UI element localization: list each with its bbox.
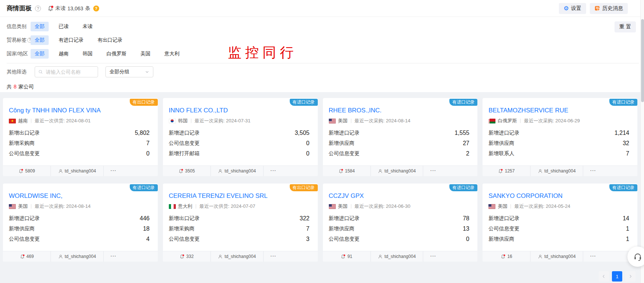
company-name-link[interactable]: SANKYO CORPORATION [488, 192, 631, 200]
unread-unit: 条 [85, 5, 90, 12]
country-flag-icon [9, 119, 16, 123]
scrollbar-thumb[interactable] [641, 19, 644, 102]
divider [520, 119, 521, 123]
person-icon [218, 169, 223, 174]
ellipsis-icon: ... [431, 252, 436, 258]
filter-options: 全部有进口记录有出口记录 [35, 35, 136, 45]
metric-row: 新增采购商 7 [3, 138, 158, 149]
filter-option[interactable]: 白俄罗斯 [107, 49, 126, 59]
company-meta: 美国 最近一次采购: 2024-08-14 [329, 118, 472, 124]
more-actions-button[interactable]: ... [423, 166, 443, 176]
reset-button[interactable]: 重 置 [615, 21, 636, 32]
trade-badge: 有进口记录 [609, 184, 637, 191]
card-owner-button[interactable]: td_shichang004 [371, 166, 424, 176]
history-messages-button[interactable]: 历史消息 [590, 3, 628, 14]
card-owner-button[interactable]: td_shichang004 [211, 166, 264, 176]
card-notifications-button[interactable]: 91 [323, 251, 371, 262]
company-count: 8 [14, 84, 17, 90]
page-title: 商情面板 [7, 4, 32, 13]
company-name-link[interactable]: CCZJV GPX [329, 192, 472, 200]
company-search-box [35, 66, 98, 77]
filter-option[interactable]: 全部 [31, 35, 49, 45]
filter-option[interactable]: 美国 [140, 49, 150, 59]
company-name-link[interactable]: WORLDWISE INC, [9, 192, 152, 200]
card-footer: 16 td_shichang004 ... [483, 251, 637, 262]
filter-option[interactable]: 越南 [59, 49, 69, 59]
gear-icon: ⚙ [564, 6, 569, 11]
metric-row: 公司信息变更 3 [163, 234, 318, 244]
more-actions-button[interactable]: ... [264, 251, 284, 262]
customer-service-button[interactable] [627, 247, 644, 267]
filter-options: 全部越南韩国白俄罗斯美国意大利 [35, 49, 194, 59]
filter-option[interactable]: 有进口记录 [59, 35, 84, 45]
last-trade-date: 最近一次采购: 2024-08-14 [35, 203, 91, 210]
company-name-link[interactable]: BELTAMOZHSERVICE RUE [488, 107, 631, 114]
card-owner-button[interactable]: td_shichang004 [530, 166, 583, 176]
divider [196, 204, 196, 209]
last-trade-date: 最近一次供货: 2024-08-01 [35, 118, 91, 124]
last-trade-date: 最近一次采购: 2024-07-31 [195, 118, 251, 124]
person-icon [378, 169, 383, 174]
card-notifications-button[interactable]: 469 [3, 251, 51, 262]
country-name: 越南 [18, 118, 28, 124]
card-owner-button[interactable]: td_shichang004 [51, 166, 104, 176]
card-notifications-button[interactable]: 3505 [163, 166, 211, 176]
bell-icon [178, 169, 183, 174]
filter-option[interactable]: 未读 [83, 22, 93, 31]
card-notifications-button[interactable]: 1584 [323, 166, 371, 176]
more-actions-button[interactable]: ... [583, 166, 603, 176]
company-name-link[interactable]: RHEE BROS.,INC. [329, 107, 472, 114]
company-card: 有进口记录 WORLDWISE INC, 美国 最近一次采购: 2024-08-… [3, 184, 158, 262]
more-actions-button[interactable]: ... [583, 251, 603, 262]
next-page-button[interactable] [625, 271, 636, 282]
company-name-link[interactable]: Công ty TNHH INNO FLEX VINA [9, 107, 152, 114]
card-bell-count: 1257 [505, 168, 515, 174]
filter-option[interactable]: 全部 [31, 22, 49, 31]
company-card: 有进口记录 CCZJV GPX 美国 最近一次采购: 2024-06-30 新增… [323, 184, 478, 262]
country-name: 韩国 [178, 118, 188, 124]
card-notifications-button[interactable]: 1257 [483, 166, 530, 176]
group-select[interactable]: 全部分组 [105, 66, 153, 77]
trade-badge: 有进口记录 [130, 184, 158, 191]
metric-row: 新增采购商 7 [163, 224, 318, 234]
trade-badge: 有进口记录 [449, 184, 477, 191]
card-notifications-button[interactable]: 5809 [3, 166, 51, 176]
card-owner-button[interactable]: td_shichang004 [530, 251, 583, 262]
card-owner-button[interactable]: td_shichang004 [211, 251, 264, 262]
page-1-button[interactable]: 1 [612, 271, 622, 282]
unread-help-icon[interactable]: ? [93, 6, 99, 11]
metric-list: 新增进口记录 1,214 新增供应商 32 新增联系人 7 [483, 128, 637, 159]
filter-option[interactable]: 有出口记录 [98, 35, 123, 45]
company-name-link[interactable]: CERERIA TERENZI EVELINO SRL [169, 192, 312, 200]
last-trade-date: 最近一次采购: 2024-06-29 [524, 118, 580, 124]
card-notifications-button[interactable]: 332 [163, 251, 211, 262]
last-trade-date: 最近一次采购: 2024-06-30 [355, 203, 411, 210]
filter-option[interactable]: 全部 [31, 49, 49, 59]
divider [511, 204, 511, 209]
company-search-input[interactable] [45, 69, 94, 75]
card-notifications-button[interactable]: 16 [483, 251, 530, 262]
card-footer: 5809 td_shichang004 ... [3, 165, 158, 176]
card-owner-button[interactable]: td_shichang004 [51, 251, 104, 262]
more-actions-button[interactable]: ... [104, 251, 124, 262]
more-actions-button[interactable]: ... [423, 251, 443, 262]
card-footer: 469 td_shichang004 ... [3, 251, 158, 262]
filter-option[interactable]: 意大利 [164, 49, 180, 59]
more-actions-button[interactable]: ... [104, 166, 124, 176]
divider [191, 119, 191, 123]
metric-list: 新增进口记录 78 新增供应商 13 公司信息变更 0 [323, 213, 478, 244]
ellipsis-icon: ... [111, 167, 116, 172]
filter-option[interactable]: 已读 [59, 22, 69, 31]
company-name-link[interactable]: INNO FLEX CO.,LTD [169, 107, 312, 114]
other-filters-label: 其他筛选 [7, 69, 35, 75]
filter-option[interactable]: 韩国 [83, 49, 93, 59]
prev-page-button[interactable] [599, 271, 609, 282]
ellipsis-icon: ... [111, 252, 116, 258]
title-help-icon[interactable]: ? [35, 6, 41, 11]
card-owner-name: td_shichang004 [65, 254, 96, 259]
card-footer: 1584 td_shichang004 ... [323, 165, 478, 176]
more-actions-button[interactable]: ... [264, 166, 284, 176]
settings-button[interactable]: ⚙ 设置 [559, 3, 586, 14]
card-owner-button[interactable]: td_shichang004 [371, 251, 424, 262]
company-card-grid: 有出口记录 Công ty TNHH INNO FLEX VINA 越南 最近一… [0, 92, 644, 262]
